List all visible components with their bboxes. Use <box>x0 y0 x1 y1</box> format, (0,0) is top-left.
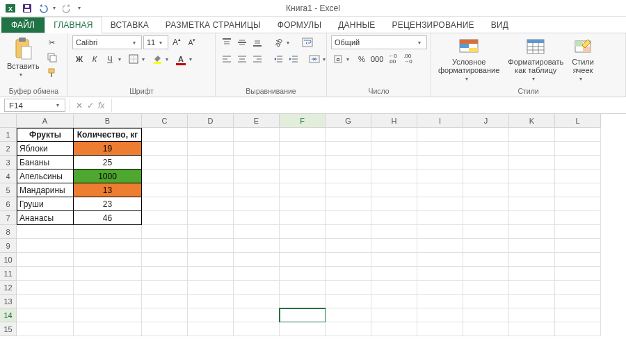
cut-button[interactable]: ✂ <box>45 35 59 49</box>
cell-L2[interactable] <box>555 142 601 156</box>
accounting-format-button[interactable]: ¤ <box>331 52 345 66</box>
row-header-10[interactable]: 10 <box>0 253 17 267</box>
cell-D6[interactable] <box>188 197 234 211</box>
cell-G15[interactable] <box>326 322 371 336</box>
cell-F2[interactable] <box>280 142 326 156</box>
cell-A9[interactable] <box>17 239 74 253</box>
tab-review[interactable]: РЕЦЕНЗИРОВАНИЕ <box>384 17 483 33</box>
cell-H14[interactable] <box>371 308 417 322</box>
paste-button[interactable]: Вставить ▾ <box>4 35 42 79</box>
cell-G7[interactable] <box>326 211 371 225</box>
cell-D4[interactable] <box>188 169 234 183</box>
cell-B10[interactable] <box>74 253 142 267</box>
orientation-dropdown[interactable]: ▾ <box>287 40 294 46</box>
cell-I12[interactable] <box>417 281 463 295</box>
cell-B15[interactable] <box>74 322 142 336</box>
worksheet-grid[interactable]: ABCDEFGHIJKL1ФруктыКоличество, кг2Яблоки… <box>0 114 626 336</box>
cell-D1[interactable] <box>188 128 234 142</box>
fill-color-dropdown[interactable]: ▾ <box>166 56 172 63</box>
cell-I3[interactable] <box>417 156 463 169</box>
decrease-font-button[interactable]: A▾ <box>185 35 199 49</box>
col-header-J[interactable]: J <box>463 114 509 128</box>
cell-K10[interactable] <box>509 253 555 267</box>
cell-J4[interactable] <box>463 169 509 183</box>
cell-F10[interactable] <box>280 253 326 267</box>
cell-G1[interactable] <box>326 128 371 142</box>
col-header-F[interactable]: F <box>280 114 326 128</box>
cell-K4[interactable] <box>509 169 555 183</box>
cell-J13[interactable] <box>463 295 509 308</box>
cell-L12[interactable] <box>555 281 601 295</box>
cell-I1[interactable] <box>417 128 463 142</box>
cell-B6[interactable]: 23 <box>74 197 142 211</box>
cell-B8[interactable] <box>74 225 142 239</box>
cell-E2[interactable] <box>234 142 280 156</box>
row-header-9[interactable]: 9 <box>0 239 17 253</box>
row-header-15[interactable]: 15 <box>0 322 17 336</box>
cell-D9[interactable] <box>188 239 234 253</box>
cell-C5[interactable] <box>142 183 188 197</box>
redo-button[interactable] <box>61 1 77 15</box>
cell-C8[interactable] <box>142 225 188 239</box>
cell-B1[interactable]: Количество, кг <box>74 128 142 142</box>
row-header-14[interactable]: 14 <box>0 308 17 322</box>
bold-button[interactable]: Ж <box>72 52 86 66</box>
cell-D7[interactable] <box>188 211 234 225</box>
col-header-H[interactable]: H <box>371 114 417 128</box>
accounting-dropdown[interactable]: ▾ <box>346 56 353 63</box>
percent-button[interactable]: % <box>355 52 369 66</box>
cell-B11[interactable] <box>74 267 142 281</box>
fx-icon[interactable]: fx <box>98 101 104 110</box>
cell-K14[interactable] <box>509 308 555 322</box>
cell-A3[interactable]: Бананы <box>17 156 74 169</box>
cell-I11[interactable] <box>417 267 463 281</box>
cancel-formula-button[interactable]: ✕ <box>76 101 83 110</box>
cell-I6[interactable] <box>417 197 463 211</box>
cell-G4[interactable] <box>326 169 371 183</box>
cell-H3[interactable] <box>371 156 417 169</box>
cell-F1[interactable] <box>280 128 326 142</box>
cell-D8[interactable] <box>188 225 234 239</box>
cell-L8[interactable] <box>555 225 601 239</box>
cell-E14[interactable] <box>234 308 280 322</box>
cell-E15[interactable] <box>234 322 280 336</box>
cell-C3[interactable] <box>142 156 188 169</box>
increase-decimal-button[interactable]: ←0 .00 <box>385 52 399 66</box>
cell-F15[interactable] <box>280 322 326 336</box>
cell-F5[interactable] <box>280 183 326 197</box>
cell-L4[interactable] <box>555 169 601 183</box>
cell-B3[interactable]: 25 <box>74 156 142 169</box>
row-header-6[interactable]: 6 <box>0 197 17 211</box>
cell-H10[interactable] <box>371 253 417 267</box>
col-header-B[interactable]: B <box>74 114 142 128</box>
cell-L11[interactable] <box>555 267 601 281</box>
cell-G10[interactable] <box>326 253 371 267</box>
row-header-12[interactable]: 12 <box>0 281 17 295</box>
cell-I15[interactable] <box>417 322 463 336</box>
comma-style-button[interactable]: 000 <box>370 52 384 66</box>
tab-home[interactable]: ГЛАВНАЯ <box>45 17 102 33</box>
cell-G12[interactable] <box>326 281 371 295</box>
font-size-combo[interactable]: 11▾ <box>143 35 168 49</box>
cell-E7[interactable] <box>234 211 280 225</box>
cell-L1[interactable] <box>555 128 601 142</box>
cell-A4[interactable]: Апельсины <box>17 169 74 183</box>
cell-L14[interactable] <box>555 308 601 322</box>
cell-K7[interactable] <box>509 211 555 225</box>
underline-button[interactable]: Ч <box>103 52 117 66</box>
cell-H5[interactable] <box>371 183 417 197</box>
cell-A1[interactable]: Фрукты <box>17 128 74 142</box>
tab-formulas[interactable]: ФОРМУЛЫ <box>269 17 330 33</box>
cell-H9[interactable] <box>371 239 417 253</box>
col-header-G[interactable]: G <box>326 114 371 128</box>
format-painter-button[interactable] <box>45 66 59 80</box>
row-header-5[interactable]: 5 <box>0 183 17 197</box>
cell-G3[interactable] <box>326 156 371 169</box>
cell-J8[interactable] <box>463 225 509 239</box>
increase-indent-button[interactable] <box>287 52 300 66</box>
row-header-1[interactable]: 1 <box>0 128 17 142</box>
cell-C9[interactable] <box>142 239 188 253</box>
cell-A12[interactable] <box>17 281 74 295</box>
cell-E13[interactable] <box>234 295 280 308</box>
cell-B4[interactable]: 1000 <box>74 169 142 183</box>
